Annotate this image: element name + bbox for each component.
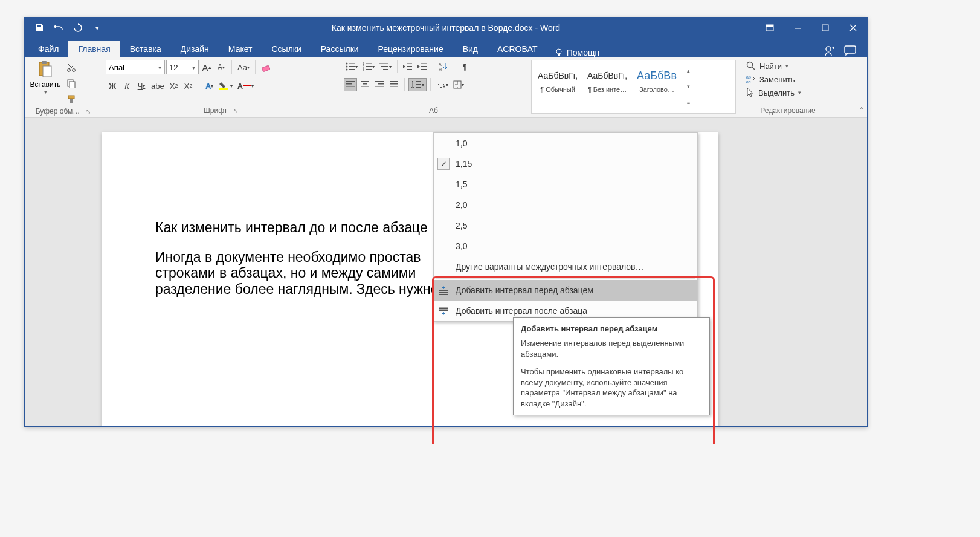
styles-expand[interactable]: ≡ — [683, 95, 694, 111]
align-left-button[interactable] — [344, 78, 357, 91]
highlight-button[interactable]: ▾ — [218, 79, 234, 93]
menu-spacing-2.5[interactable]: 2,5 — [434, 215, 697, 236]
svg-rect-67 — [439, 307, 448, 308]
clear-format-button[interactable] — [259, 60, 274, 74]
collapse-ribbon-button[interactable]: ˄ — [860, 106, 863, 115]
share-icon[interactable] — [824, 44, 837, 57]
text-effects-button[interactable]: A ▾ — [203, 79, 216, 93]
svg-rect-7 — [845, 46, 856, 53]
grow-font-button[interactable]: A▴ — [200, 60, 213, 74]
tab-view[interactable]: Вид — [453, 41, 488, 57]
font-color-button[interactable]: А▾ — [236, 79, 256, 93]
close-button[interactable] — [839, 18, 867, 38]
shading-button[interactable]: ▾ — [434, 78, 450, 91]
qat-customize[interactable]: ▾ — [89, 19, 106, 36]
tab-insert[interactable]: Вставка — [120, 41, 171, 57]
font-family-combo[interactable]: ▾ — [106, 60, 165, 74]
strikethrough-button[interactable]: abe — [149, 79, 166, 93]
menu-add-space-before[interactable]: Добавить интервал перед абзацем — [434, 280, 697, 301]
svg-rect-46 — [363, 83, 367, 85]
borders-button[interactable]: ▾ — [451, 78, 466, 91]
space-after-icon — [438, 306, 449, 316]
multilevel-button[interactable]: ▾ — [378, 60, 393, 73]
space-before-icon — [438, 285, 449, 295]
justify-icon — [390, 81, 398, 88]
sort-button[interactable]: АЯ — [437, 60, 450, 73]
tell-me-search[interactable]: Помощн — [547, 48, 607, 57]
menu-spacing-1.5[interactable]: 1,5 — [434, 174, 697, 195]
menu-spacing-1.0[interactable]: 1,0 — [434, 133, 697, 154]
paste-button[interactable]: Вставить ▾ — [28, 60, 62, 95]
style-heading1[interactable]: АаБбВв Заголово… — [633, 63, 680, 100]
change-case-button[interactable]: Aa▾ — [236, 60, 251, 74]
minimize-icon — [794, 24, 801, 31]
styles-gallery[interactable]: АаБбВвГг, ¶ Обычный АаБбВвГг, ¶ Без инте… — [531, 60, 736, 114]
increase-indent-button[interactable] — [416, 60, 429, 73]
align-right-button[interactable] — [373, 78, 386, 91]
replace-button[interactable]: abac Заменить — [744, 73, 797, 85]
font-launcher[interactable]: ⤡ — [233, 108, 238, 114]
font-size-input[interactable] — [167, 63, 189, 72]
line-spacing-button[interactable]: ▾ — [408, 78, 427, 91]
tab-acrobat[interactable]: ACROBAT — [488, 41, 547, 57]
tab-home[interactable]: Главная — [68, 41, 120, 57]
undo-button[interactable] — [50, 19, 67, 36]
numbering-button[interactable]: 123▾ — [361, 60, 376, 73]
shrink-font-button[interactable]: A▾ — [214, 60, 228, 74]
maximize-button[interactable] — [811, 18, 839, 38]
paragraph-group-label: Аб — [429, 106, 438, 115]
svg-text:ac: ac — [746, 80, 751, 84]
copy-button[interactable] — [65, 77, 78, 90]
svg-rect-66 — [439, 294, 448, 295]
menu-spacing-1.15[interactable]: ✓1,15 — [434, 154, 697, 174]
ribbon-display-options[interactable] — [756, 18, 784, 38]
subscript-button[interactable]: X2 — [167, 79, 181, 93]
tab-review[interactable]: Рецензирование — [369, 41, 453, 57]
comments-icon[interactable] — [844, 45, 857, 56]
clipboard-launcher[interactable]: ⤡ — [86, 108, 91, 115]
cut-button[interactable] — [65, 61, 78, 74]
underline-button[interactable]: Ч ▾ — [135, 79, 148, 93]
show-marks-button[interactable]: ¶ — [458, 60, 471, 73]
italic-button[interactable]: К — [120, 79, 134, 93]
bullets-button[interactable]: ▾ — [344, 60, 359, 73]
find-button[interactable]: Найти ▾ — [744, 60, 791, 72]
ribbon-opts-icon — [766, 24, 774, 31]
svg-rect-10 — [43, 66, 51, 77]
menu-more-spacing[interactable]: Другие варианты междустрочных интервалов… — [434, 256, 697, 277]
svg-rect-28 — [366, 66, 372, 67]
window-title: Как изменить межстрочный интервал в Ворд… — [332, 23, 560, 33]
app-window: ▾ Как изменить межстрочный интервал в Во… — [24, 17, 868, 427]
group-styles: АаБбВвГг, ¶ Обычный АаБбВвГг, ¶ Без инте… — [527, 57, 740, 117]
styles-scroll-up[interactable]: ▴ — [683, 63, 694, 79]
bold-button[interactable]: Ж — [106, 79, 119, 93]
style-normal[interactable]: АаБбВвГг, ¶ Обычный — [534, 63, 581, 100]
select-button[interactable]: Выделить ▾ — [744, 86, 804, 99]
font-size-combo[interactable]: ▾ — [166, 60, 199, 74]
minimize-button[interactable] — [784, 18, 811, 38]
save-button[interactable] — [31, 19, 48, 36]
clipboard-group-label: Буфер обм… — [36, 107, 80, 116]
menu-spacing-2.0[interactable]: 2,0 — [434, 195, 697, 215]
svg-text:3: 3 — [363, 68, 364, 71]
tab-mailings[interactable]: Рассылки — [311, 41, 369, 57]
font-name-input[interactable] — [106, 63, 155, 72]
align-center-button[interactable] — [358, 78, 372, 91]
style-nospacing[interactable]: АаБбВвГг, ¶ Без инте… — [584, 63, 631, 100]
line-spacing-icon — [411, 80, 422, 90]
justify-button[interactable] — [387, 78, 401, 91]
menu-spacing-3.0[interactable]: 3,0 — [434, 236, 697, 256]
svg-rect-69 — [439, 310, 448, 311]
redo-button[interactable] — [69, 19, 86, 36]
superscript-button[interactable]: X2 — [182, 79, 195, 93]
tab-design[interactable]: Дизайн — [171, 41, 219, 57]
format-painter-button[interactable] — [65, 93, 78, 106]
svg-rect-34 — [407, 63, 412, 64]
svg-rect-5 — [558, 54, 560, 56]
tab-layout[interactable]: Макет — [219, 41, 262, 57]
tab-file[interactable]: Файл — [28, 41, 68, 57]
tab-references[interactable]: Ссылки — [262, 41, 311, 57]
svg-rect-48 — [375, 81, 384, 82]
decrease-indent-button[interactable] — [401, 60, 414, 73]
styles-scroll-down[interactable]: ▾ — [683, 79, 694, 94]
